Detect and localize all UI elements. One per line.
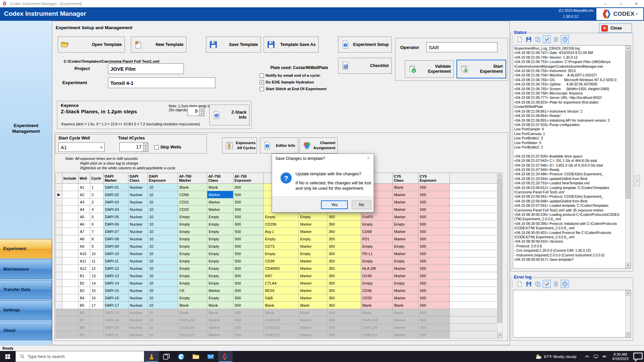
grid-cell[interactable]: Nuclear: [128, 250, 148, 257]
grid-cell-include[interactable]: [62, 250, 78, 257]
grid-cell-include[interactable]: [62, 309, 78, 316]
tray-overflow-button[interactable]: [583, 354, 591, 359]
grid-cell[interactable]: OX40: [361, 272, 393, 280]
grid-cell[interactable]: Blank: [207, 184, 233, 191]
taskbar-app-explorer[interactable]: [189, 351, 203, 362]
grid-cell[interactable]: 500: [419, 302, 450, 309]
grid-cell[interactable]: Blank: [393, 302, 419, 309]
column-header[interactable]: Cycle: [90, 173, 104, 184]
grid-cell[interactable]: Marker: [393, 235, 419, 243]
grid-cell-include[interactable]: [62, 272, 78, 280]
sidebar-item-experiment[interactable]: Experiment: [0, 239, 52, 258]
grid-cell[interactable]: 500: [233, 228, 264, 235]
grid-cell[interactable]: DAPI-19: [104, 316, 128, 324]
grid-cell[interactable]: 500: [233, 272, 264, 280]
grid-cell-cycle[interactable]: 15: [90, 287, 104, 294]
row-selector[interactable]: [56, 198, 62, 206]
grid-cell[interactable]: DAPI-10: [104, 250, 128, 257]
grid-cell[interactable]: Empty: [178, 213, 207, 221]
grid-cell-include[interactable]: [62, 331, 78, 339]
zstack-planes-spinner[interactable]: 9 ▲▼: [187, 107, 204, 116]
grid-cell[interactable]: 500: [419, 257, 450, 265]
grid-cell[interactable]: Empty: [299, 213, 327, 221]
grid-cell-well[interactable]: B3: [78, 287, 90, 294]
grid-cell[interactable]: 10: [148, 272, 178, 280]
grid-cell[interactable]: Ch3Cy21: [264, 331, 299, 339]
grid-cell[interactable]: Empty: [207, 243, 233, 250]
grid-cell[interactable]: 10: [148, 228, 178, 235]
grid-cell[interactable]: 350: [419, 316, 450, 324]
grid-cell[interactable]: 500: [233, 221, 264, 228]
grid-cell-well[interactable]: B4: [78, 294, 90, 302]
grid-cell[interactable]: 350: [327, 235, 361, 243]
grid-cell[interactable]: Empty: [299, 250, 327, 257]
grid-cell[interactable]: 350: [327, 316, 361, 324]
grid-cell[interactable]: Empty: [178, 243, 207, 250]
grid-cell[interactable]: Marker: [393, 206, 419, 213]
grid-cell[interactable]: Nuclear: [128, 316, 148, 324]
close-window-button[interactable]: ✕: [629, 0, 644, 7]
grid-cell-well[interactable]: A11: [78, 257, 90, 265]
grid-cell[interactable]: 350: [419, 324, 450, 331]
grid-cell[interactable]: DAPI-02: [104, 191, 128, 198]
grid-cell[interactable]: Marker: [393, 294, 419, 302]
grid-cell[interactable]: DAPI-07: [104, 228, 128, 235]
grid-cell[interactable]: 500: [419, 198, 450, 206]
grid-cell[interactable]: DAPI-18: [104, 309, 128, 316]
grid-cell[interactable]: Nuclear: [128, 287, 148, 294]
grid-cell-cycle[interactable]: 9: [90, 243, 104, 250]
taskbar-clock[interactable]: 8:30 AM 4/19/2023: [612, 352, 629, 361]
grid-cell[interactable]: Marker: [393, 198, 419, 206]
grid-cell-well[interactable]: A2: [78, 191, 90, 198]
checkbox-box[interactable]: [260, 87, 264, 91]
save-template-button[interactable]: Save Template: [206, 37, 261, 53]
grid-cell[interactable]: 250: [233, 331, 264, 339]
action-center-button[interactable]: [632, 351, 644, 362]
grid-cell[interactable]: 500: [419, 221, 450, 228]
grid-cell[interactable]: 10: [148, 316, 178, 324]
row-selector[interactable]: [56, 294, 62, 302]
grid-cell[interactable]: Empty: [393, 243, 419, 250]
grid-cell[interactable]: Empty: [207, 257, 233, 265]
grid-cell[interactable]: 350: [327, 250, 361, 257]
grid-cell[interactable]: Empty: [207, 235, 233, 243]
grid-cell-well[interactable]: B8: [78, 324, 90, 331]
checkbox-do-eoe-sample-hydration[interactable]: ✓Do EOE Sample Hydration: [260, 79, 326, 85]
grid-cell[interactable]: 500: [233, 213, 264, 221]
start-button[interactable]: [0, 351, 15, 362]
grid-cell[interactable]: 500: [419, 272, 450, 280]
grid-cell[interactable]: Marker: [299, 265, 327, 272]
grid-cell[interactable]: Empty: [393, 221, 419, 228]
grid-cell[interactable]: Empty: [178, 265, 207, 272]
grid-cell[interactable]: Empty: [207, 228, 233, 235]
grid-cell-cycle[interactable]: [90, 324, 104, 331]
grid-cell[interactable]: Empty: [207, 213, 233, 221]
row-selector[interactable]: ▶: [56, 191, 62, 198]
grid-cell[interactable]: Blank: [207, 309, 233, 316]
open-template-button[interactable]: Open Template: [58, 37, 125, 53]
grid-cell[interactable]: DAPI-17: [104, 302, 128, 309]
grid-cell[interactable]: 350: [327, 213, 361, 221]
grid-cell[interactable]: Blank: [299, 302, 327, 309]
grid-cell[interactable]: Nuclear: [128, 206, 148, 213]
grid-cell[interactable]: 500: [419, 309, 450, 316]
grid-cell-cycle[interactable]: 7: [90, 228, 104, 235]
column-header[interactable]: AF-750 Exposure: [233, 173, 264, 184]
grid-cell[interactable]: Nuclear: [128, 198, 148, 206]
save-icon[interactable]: [525, 35, 533, 43]
grid-cell[interactable]: Marker: [393, 272, 419, 280]
grid-cell[interactable]: Empty: [178, 257, 207, 265]
grid-cell[interactable]: 10: [148, 184, 178, 191]
grid-cell[interactable]: 500: [233, 280, 264, 287]
status-log[interactable]: \ExperimentRun_Log_230419_082106.log <04…: [513, 45, 631, 268]
validate-experiment-button[interactable]: Validate Experiment: [405, 60, 454, 78]
grid-cell[interactable]: 500: [419, 294, 450, 302]
column-header[interactable]: CY5 Class: [393, 173, 419, 184]
grid-cell[interactable]: Empty: [207, 272, 233, 280]
grid-cell[interactable]: MCHI: [264, 287, 299, 294]
grid-cell[interactable]: Nuclear: [128, 280, 148, 287]
grid-cell-include[interactable]: [62, 206, 78, 213]
grid-cell[interactable]: 350: [327, 265, 361, 272]
row-selector[interactable]: [56, 265, 62, 272]
grid-cell-cycle[interactable]: 11: [90, 257, 104, 265]
